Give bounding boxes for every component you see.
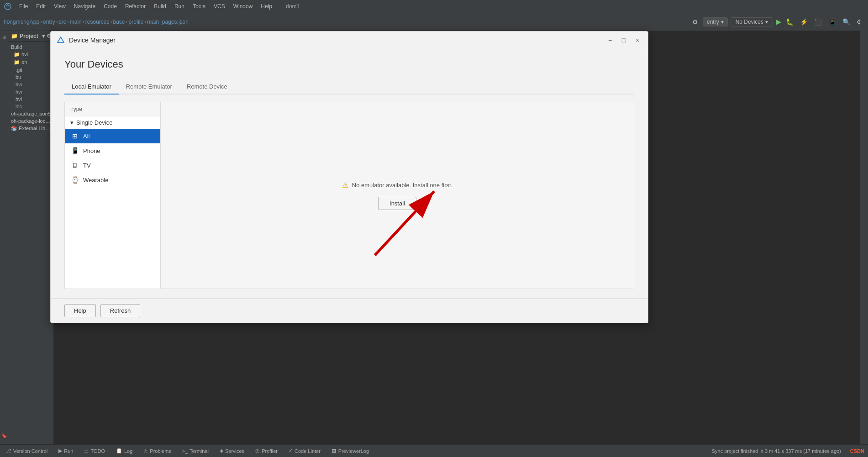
tab-local-emulator[interactable]: Local Emulator <box>64 79 119 95</box>
dom-label: dom1 <box>286 3 300 10</box>
content-area: Type ▾ Single Device ⊞ All 📱 Phone 🖥 TV <box>64 102 634 289</box>
dialog-close-button[interactable]: × <box>632 35 642 45</box>
tree-bu[interactable]: bu <box>8 74 53 81</box>
dialog-content: Your Devices Local Emulator Remote Emula… <box>51 49 648 298</box>
status-services[interactable]: ◈ Services <box>218 447 246 455</box>
menu-file[interactable]: File <box>16 2 32 11</box>
tree-oh[interactable]: 📁 oh <box>8 58 53 66</box>
tree-hvi2[interactable]: hvi <box>8 81 53 88</box>
toolbar-right: ⚙ entry ▾ No Devices ▾ ▶ 🐛 ⚡ ⬛ 📱 🔍 ⚙ <box>690 17 864 26</box>
tv-icon: 🖥 <box>70 162 79 169</box>
tree-git[interactable]: .git <box>8 66 53 74</box>
arrow-annotation <box>370 182 462 264</box>
tree-hvi3[interactable]: hvi <box>8 88 53 95</box>
folder-icon: 📁 <box>11 33 18 39</box>
device-type-wearable[interactable]: ⌚ Wearable <box>65 173 160 187</box>
breadcrumb-resources[interactable]: resources <box>85 19 110 25</box>
device-type-phone-label: Phone <box>83 147 100 154</box>
project-tree: Build 📁 hvi 📁 oh .git bu hvi hvi hvi loc… <box>8 42 53 134</box>
dialog-maximize-button[interactable]: □ <box>619 35 629 45</box>
no-devices-button[interactable]: No Devices ▾ <box>731 17 773 26</box>
all-icon: ⊞ <box>70 132 79 140</box>
device-type-all-label: All <box>83 133 89 140</box>
module-selector[interactable]: entry ▾ <box>703 17 728 26</box>
single-device-category[interactable]: ▾ Single Device <box>65 116 160 129</box>
device-type-phone[interactable]: 📱 Phone <box>65 143 160 158</box>
status-bar: ⎇ Version Control ▶ Run ☰ TODO 📋 Log ⚠ P… <box>0 444 868 457</box>
refresh-button[interactable]: Refresh <box>100 304 141 317</box>
menu-help[interactable]: Help <box>257 2 276 11</box>
status-terminal[interactable]: >_ Terminal <box>180 447 210 455</box>
status-version-control[interactable]: ⎇ Version Control <box>4 447 49 455</box>
status-log[interactable]: 📋 Log <box>114 447 134 455</box>
debug-button[interactable]: 🐛 <box>784 17 795 26</box>
menu-run[interactable]: Run <box>171 2 188 11</box>
status-code-linter[interactable]: ✓ Code Linter <box>287 447 322 455</box>
device-manager-icon[interactable]: 📱 <box>826 17 838 26</box>
menu-code[interactable]: Code <box>100 2 121 11</box>
menu-tools[interactable]: Tools <box>189 2 209 11</box>
status-run[interactable]: ▶ Run <box>57 447 75 455</box>
status-profiler[interactable]: ◎ Profiler <box>253 447 279 455</box>
project-dropdown-icon[interactable]: ▾ <box>42 33 45 39</box>
device-manager-dialog: Device Manager − □ × Your Devices Local … <box>50 31 648 323</box>
menu-window[interactable]: Window <box>230 2 257 11</box>
project-label: Project <box>20 33 38 39</box>
tree-oh-package[interactable]: oh-package.json5 <box>8 110 53 117</box>
run-button[interactable]: ▶ <box>776 17 781 26</box>
search-button[interactable]: 🔍 <box>841 17 852 26</box>
device-type-tv[interactable]: 🖥 TV <box>65 158 160 173</box>
project-header: 📁 Project ▾ ⚙ − <box>8 31 53 42</box>
status-sync-msg: Sync project finished in 3 m 41 s 337 ms… <box>710 447 843 455</box>
profile-button[interactable]: ⚡ <box>798 17 810 26</box>
breadcrumb-profile[interactable]: profile <box>129 19 144 25</box>
menu-vcs[interactable]: VCS <box>210 2 229 11</box>
module-label: entry <box>707 19 719 25</box>
dialog-minimize-button[interactable]: − <box>605 35 615 45</box>
tree-external-libraries[interactable]: 📚 External Libraries <box>8 125 53 132</box>
module-dropdown-icon: ▾ <box>721 19 724 25</box>
right-sidebar <box>860 13 868 444</box>
category-arrow-icon: ▾ <box>70 119 74 126</box>
menu-navigate[interactable]: Navigate <box>70 2 99 11</box>
csdn-logo: CSDN <box>850 448 864 454</box>
menu-build[interactable]: Build <box>150 2 170 11</box>
tree-oh-package-lock[interactable]: oh-package-lock.json5 <box>8 117 53 125</box>
settings-icon[interactable]: ⚙ <box>690 17 700 26</box>
terminal-icon: >_ <box>182 448 188 454</box>
device-type-tv-label: TV <box>83 162 91 169</box>
no-devices-dropdown-icon: ▾ <box>765 19 768 25</box>
activity-structure[interactable]: ⊞ <box>0 35 8 42</box>
tree-hvi1[interactable]: 📁 hvi <box>8 51 53 58</box>
tree-loc[interactable]: loc <box>8 103 53 110</box>
tab-remote-emulator[interactable]: Remote Emulator <box>119 79 179 95</box>
tab-remote-device[interactable]: Remote Device <box>179 79 235 95</box>
menu-bar: File Edit View Navigate Code Refactor Bu… <box>0 0 868 13</box>
menu-view[interactable]: View <box>50 2 69 11</box>
menu-edit[interactable]: Edit <box>32 2 49 11</box>
help-button[interactable]: Help <box>64 304 96 317</box>
device-list-panel: Type ▾ Single Device ⊞ All 📱 Phone 🖥 TV <box>65 102 161 289</box>
breadcrumb-file[interactable]: main_pages.json <box>147 19 189 25</box>
breadcrumb-main[interactable]: main <box>70 19 82 25</box>
tree-build[interactable]: Build <box>8 43 53 51</box>
warning-icon: ⚠ <box>342 181 348 189</box>
stop-button[interactable]: ⬛ <box>812 17 824 26</box>
problems-icon: ⚠ <box>143 448 148 454</box>
no-devices-label: No Devices <box>736 19 763 25</box>
tree-hvi4[interactable]: hvi <box>8 95 53 103</box>
breadcrumb-base[interactable]: base <box>113 19 125 25</box>
todo-icon: ☰ <box>84 448 89 454</box>
breadcrumb-entry[interactable]: entry <box>43 19 55 25</box>
version-control-icon: ⎇ <box>5 448 11 454</box>
dialog-controls: − □ × <box>605 35 642 45</box>
status-todo[interactable]: ☰ TODO <box>82 447 107 455</box>
phone-icon: 📱 <box>70 147 79 154</box>
menu-refactor[interactable]: Refactor <box>121 2 149 11</box>
status-previewer-log[interactable]: 🖼 PreviewerLog <box>330 447 371 455</box>
device-type-all[interactable]: ⊞ All <box>65 129 160 143</box>
activity-bookmarks[interactable]: 🔖 <box>0 433 8 441</box>
breadcrumb-app[interactable]: hongmengApp <box>4 19 39 25</box>
breadcrumb-src[interactable]: src <box>59 19 66 25</box>
status-problems[interactable]: ⚠ Problems <box>142 447 173 455</box>
